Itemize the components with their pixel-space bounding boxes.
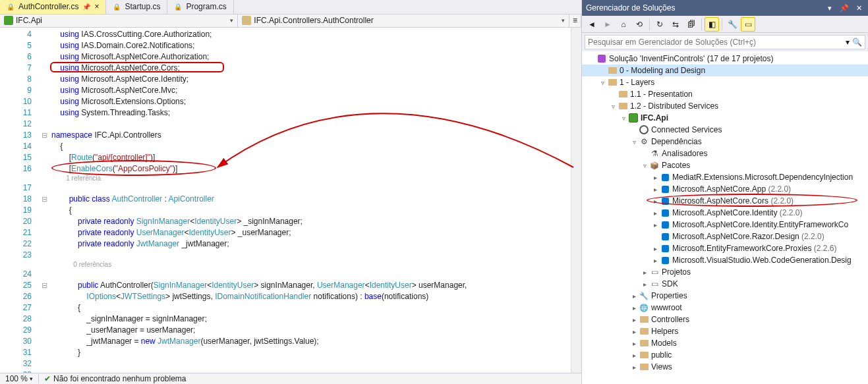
nav-project-dropdown[interactable]: IFC.Api ▾ [0,14,238,27]
solution-tree[interactable]: Solução 'InventFinControls' (17 de 17 pr… [582,51,868,384]
tree-twisty[interactable]: ▿ [619,115,628,122]
nav-project-label: IFC.Api [16,16,42,25]
editor-navbar: IFC.Api ▾ IFC.Api.Controllers.AuthContro… [0,14,581,28]
editor-tab[interactable]: 🔒AuthController.cs📌× [0,0,106,14]
tree-twisty[interactable]: ▸ [629,316,639,323]
line-number-gutter: 4567891011121314151617181920212223242526… [0,28,40,373]
tree-twisty[interactable]: ▸ [629,352,639,359]
tree-node[interactable]: ▸Helpers [582,325,868,337]
preview-button[interactable]: ◧ [705,17,719,32]
tree-twisty[interactable]: ▿ [640,162,649,169]
tree-twisty[interactable]: ▸ [651,198,660,205]
tree-node[interactable]: ▸Controllers [582,314,868,325]
forward-button[interactable]: ► [600,17,615,32]
tree-node[interactable]: ▸Microsoft.AspNetCore.App (2.2.0) [582,183,868,195]
tree-node-label: Connected Services [651,125,722,134]
tree-node[interactable]: ▸public [582,349,868,361]
tree-twisty[interactable]: ▸ [651,174,660,181]
lock-icon: 🔒 [174,3,182,11]
tree-twisty[interactable]: ▸ [651,186,660,193]
tree-twisty[interactable]: ▿ [608,103,618,110]
show-all-button[interactable]: 🗐 [684,17,699,32]
tree-node[interactable]: ▸Properties [582,290,868,302]
solution-explorer: Gerenciador de Soluções ▾ 📌 ✕ ◄ ► ⌂ ⟲ ↻ … [582,0,868,384]
fold-gutter[interactable]: ⊟⊟⊟ [40,28,49,373]
collapse-all-button[interactable]: ⇆ [668,17,683,32]
tree-node[interactable]: ▸Views [582,361,868,373]
properties-button[interactable]: 🔧 [725,17,739,32]
tree-node[interactable]: ▿IFC.Api [582,112,868,124]
tree-twisty[interactable]: ▸ [629,364,639,371]
tree-node[interactable]: ▿1.2 - Distributed Services [582,100,868,112]
nav-split-button[interactable]: ≡ [569,14,581,27]
tree-twisty[interactable]: ▸ [651,209,660,217]
code-editor[interactable]: 4567891011121314151617181920212223242526… [0,28,581,373]
editor-scrollbar[interactable] [571,28,581,373]
tree-node[interactable]: ▿Dependências [582,136,868,148]
tree-node[interactable]: ▸Microsoft.AspNetCore.Identity (2.2.0) [582,207,868,219]
solution-search[interactable]: ▾ 🔍 [585,35,865,49]
tree-node[interactable]: ▸wwwroot [582,302,868,314]
tree-node[interactable]: Analisadores [582,148,868,159]
tree-twisty[interactable]: ▸ [651,245,660,252]
toggle-button[interactable]: ▭ [741,17,755,32]
tree-node[interactable]: ▸Microsoft.EntityFrameworkCore.Proxies (… [582,242,868,254]
nuget-icon [660,219,670,230]
tree-twisty[interactable]: ▿ [598,79,607,86]
refresh-button[interactable]: ↻ [652,17,667,32]
back-button[interactable]: ◄ [585,17,599,32]
editor-tab[interactable]: 🔒Startup.cs [106,0,167,14]
tree-twisty[interactable]: ▸ [640,281,649,288]
tree-node[interactable]: ▸SDK [582,278,868,290]
tree-node-label: IFC.Api [641,113,668,123]
fld-icon [639,326,649,337]
tree-node[interactable]: ▿1 - Layers [582,76,868,88]
tree-node[interactable]: ▸Microsoft.AspNetCore.Cors (2.2.0) [582,195,868,207]
fld-icon [618,89,628,99]
tree-twisty[interactable]: ▸ [629,328,639,335]
tree-twisty[interactable]: ▸ [629,292,639,300]
tree-node-label: Microsoft.AspNetCore.Cors (2.2.0) [672,196,794,206]
tree-node[interactable]: ▸Microsoft.AspNetCore.Identity.EntityFra… [582,219,868,231]
tree-node[interactable]: Solução 'InventFinControls' (17 de 17 pr… [582,53,868,65]
window-close-button[interactable]: ✕ [854,3,864,13]
nuget-icon [660,196,670,206]
tree-node[interactable]: 1.1 - Presentation [582,88,868,100]
ref-icon [649,267,660,277]
solution-explorer-titlebar[interactable]: Gerenciador de Soluções ▾ 📌 ✕ [582,0,868,16]
code-content[interactable]: using IAS.CrossCutting.Core.Authorizatio… [49,28,571,373]
close-tab-icon[interactable]: × [94,2,99,11]
tree-node[interactable]: ▿Pacotes [582,159,868,171]
tree-node[interactable]: Microsoft.AspNetCore.Razor.Design (2.2.0… [582,231,868,242]
tab-label: Program.cs [186,2,226,11]
editor-tab[interactable]: 🔒Program.cs [167,0,233,14]
tree-twisty[interactable]: ▸ [651,257,660,264]
fld-icon [607,65,618,76]
solution-search-input[interactable] [588,38,843,47]
tree-twisty[interactable]: ▸ [640,269,649,276]
tree-node-label: Dependências [651,137,702,146]
sync-button[interactable]: ⟲ [632,17,647,32]
nav-member-dropdown[interactable]: IFC.Api.Controllers.AuthController ▾ [238,14,569,27]
zoom-dropdown[interactable]: 100 % ▾ [0,374,39,383]
window-dropdown-button[interactable]: ▾ [825,3,835,13]
tree-node[interactable]: 0 - Modeling and Design [582,65,868,76]
tree-twisty[interactable]: ▿ [629,138,639,146]
tree-node[interactable]: ▸Projetos [582,266,868,278]
editor-statusbar: 100 % ▾ ✔ Não foi encontrado nenhum prob… [0,373,581,384]
tree-twisty[interactable]: ▸ [651,221,660,229]
tab-label: Startup.cs [125,2,160,11]
solution-explorer-toolbar: ◄ ► ⌂ ⟲ ↻ ⇆ 🗐 ◧ 🔧 ▭ [582,16,868,33]
tree-twisty[interactable]: ▸ [629,304,639,312]
tree-node[interactable]: ▸Microsoft.VisualStudio.Web.CodeGenerati… [582,254,868,266]
search-dropdown-icon[interactable]: ▾ [843,38,850,47]
search-icon[interactable]: 🔍 [850,38,862,47]
tree-node[interactable]: ▸MediatR.Extensions.Microsoft.Dependency… [582,171,868,183]
nuget-icon [660,207,670,218]
lock-icon: 🔒 [113,3,121,11]
tree-node[interactable]: ▸Models [582,337,868,349]
window-pin-button[interactable]: 📌 [839,3,850,13]
tree-node[interactable]: Connected Services [582,124,868,136]
home-button[interactable]: ⌂ [616,17,631,32]
tree-twisty[interactable]: ▸ [629,340,639,347]
